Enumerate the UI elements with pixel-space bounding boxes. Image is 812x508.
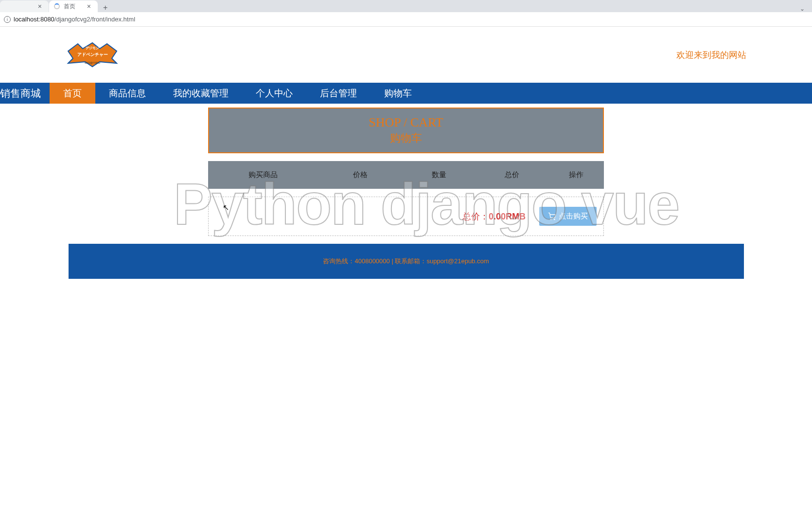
cart-title-cn: 购物车 [209, 131, 603, 145]
browser-tab-strip: × 首页 × + ⌄ [0, 0, 812, 12]
nav-item-home[interactable]: 首页 [50, 83, 95, 104]
address-bar[interactable]: i localhost:8080/djangofcvg2/front/index… [0, 12, 812, 27]
tab-title: 首页 [64, 2, 75, 11]
cart-table-header: 购买商品 价格 数量 总价 操作 [208, 161, 604, 189]
total-price-label: 总价：0.00RMB [462, 211, 526, 222]
svg-point-4 [554, 219, 555, 219]
browser-tab-active[interactable]: 首页 × [49, 0, 98, 12]
checkout-button-label: 点击购买 [559, 212, 588, 221]
content-area: SHOP / CART 购物车 购买商品 价格 数量 总价 操作 总价：0.00… [0, 104, 812, 279]
url-host: localhost:8080 [14, 16, 54, 23]
cart-summary-row: 总价：0.00RMB 点击购买 [208, 197, 604, 236]
browser-tab-inactive[interactable]: × [0, 0, 49, 12]
total-price-value: 0.00RMB [489, 212, 526, 221]
svg-point-3 [550, 219, 551, 219]
close-icon[interactable]: × [85, 2, 93, 10]
col-header-price: 价格 [318, 170, 403, 180]
site-logo[interactable]: デジモン アドベンチャー -BIG@Y@S- [66, 41, 119, 68]
chevron-down-icon[interactable]: ⌄ [793, 5, 812, 12]
page-header: デジモン アドベンチャー -BIG@Y@S- 欢迎来到我的网站 [0, 27, 812, 83]
svg-text:デジモン: デジモン [86, 46, 99, 50]
cart-title-panel: SHOP / CART 购物车 [208, 108, 604, 153]
site-info-icon[interactable]: i [4, 16, 11, 23]
nav-item-products[interactable]: 商品信息 [95, 83, 159, 104]
close-icon[interactable]: × [36, 2, 44, 10]
cart-icon [548, 213, 556, 220]
checkout-button[interactable]: 点击购买 [539, 207, 597, 226]
col-header-product: 购买商品 [208, 170, 318, 180]
logo-icon: デジモン アドベンチャー -BIG@Y@S- [66, 41, 119, 68]
footer-text: 咨询热线：4008000000 | 联系邮箱：support@21epub.co… [323, 257, 489, 266]
nav-brand: 销售商城 [0, 83, 50, 104]
nav-item-profile[interactable]: 个人中心 [242, 83, 306, 104]
url-path: /djangofcvg2/front/index.html [54, 16, 135, 23]
welcome-text: 欢迎来到我的网站 [676, 49, 746, 61]
page-footer: 咨询热线：4008000000 | 联系邮箱：support@21epub.co… [69, 244, 744, 279]
col-header-quantity: 数量 [403, 170, 476, 180]
cart-title-en: SHOP / CART [209, 115, 603, 130]
nav-item-admin[interactable]: 后台管理 [306, 83, 371, 104]
col-header-action: 操作 [548, 170, 604, 180]
svg-text:-BIG@Y@S-: -BIG@Y@S- [84, 61, 101, 64]
nav-item-cart[interactable]: 购物车 [371, 83, 425, 104]
main-nav: 销售商城 首页 商品信息 我的收藏管理 个人中心 后台管理 购物车 [0, 83, 812, 104]
new-tab-button[interactable]: + [98, 3, 112, 12]
svg-text:アドベンチャー: アドベンチャー [77, 52, 108, 57]
loading-spinner-icon [54, 3, 60, 9]
col-header-subtotal: 总价 [476, 170, 548, 180]
nav-item-favorites[interactable]: 我的收藏管理 [159, 83, 242, 104]
